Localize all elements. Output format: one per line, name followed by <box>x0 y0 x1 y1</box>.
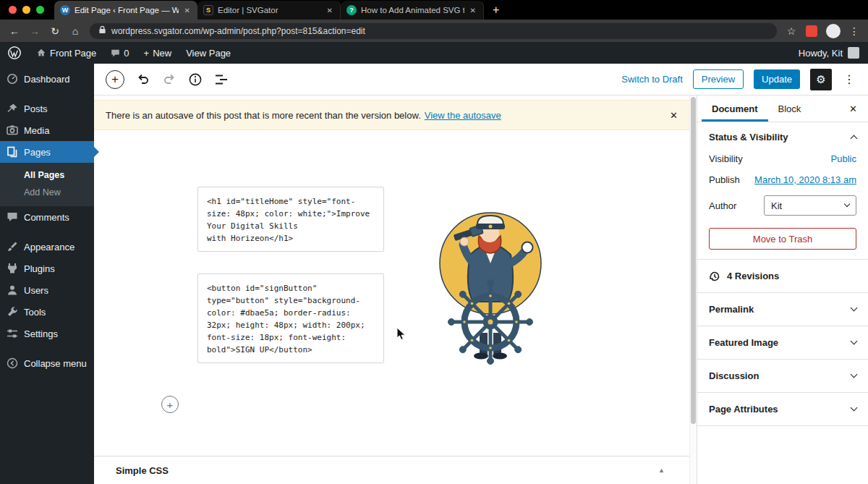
autosave-notice: There is an autosave of this post that i… <box>94 100 689 130</box>
sliders-icon <box>7 328 18 339</box>
article-favicon-icon: ? <box>346 5 357 15</box>
sidebar-item-add-new[interactable]: Add New <box>0 184 94 201</box>
window-close-button[interactable] <box>9 6 17 14</box>
redo-icon[interactable] <box>162 72 176 87</box>
sidebar-item-pages[interactable]: Pages <box>0 141 94 163</box>
editor-canvas: There is an autosave of this post that i… <box>94 95 689 484</box>
update-button[interactable]: Update <box>754 69 800 89</box>
author-select[interactable]: Kit <box>764 195 856 216</box>
window-zoom-button[interactable] <box>36 6 44 14</box>
block-navigation-icon[interactable] <box>214 72 229 87</box>
admin-bar-site-link[interactable]: Front Page <box>29 42 103 64</box>
move-to-trash-button[interactable]: Move to Trash <box>709 228 856 250</box>
editor-toolbar: + Switch to Draft Preview Update ⚙ ⋮ <box>94 64 868 95</box>
notice-text: There is an autosave of this post that i… <box>106 110 421 121</box>
sidebar-item-appearance[interactable]: Appearance <box>0 236 94 258</box>
preview-button[interactable]: Preview <box>693 69 744 89</box>
block-inserter-icon[interactable]: + <box>106 70 124 89</box>
sidebar-item-tools[interactable]: Tools <box>0 301 94 323</box>
sidebar-item-media[interactable]: Media <box>0 119 94 141</box>
section-permalink[interactable]: Permalink <box>697 293 868 326</box>
browser-menu-icon[interactable]: ⋮ <box>849 25 859 37</box>
scrollbar-thumb[interactable] <box>691 97 696 424</box>
tab-close-icon[interactable]: ✕ <box>183 7 192 14</box>
tab-close-icon[interactable]: ✕ <box>326 7 334 14</box>
html-block-button[interactable]: <button id="signButton" type="button" st… <box>197 273 384 363</box>
more-tools-kebab-icon[interactable]: ⋮ <box>842 72 856 86</box>
plug-icon <box>7 263 18 274</box>
home-icon <box>36 48 46 58</box>
back-icon[interactable]: ← <box>9 26 20 36</box>
pages-submenu: All Pages Add New <box>0 163 94 206</box>
notice-close-icon[interactable]: ✕ <box>670 110 678 121</box>
sidebar-item-dashboard[interactable]: Dashboard <box>0 68 94 90</box>
extension-icon[interactable] <box>806 25 817 37</box>
view-autosave-link[interactable]: View the autosave <box>425 110 501 121</box>
metabox-collapse-icon[interactable]: ▲ <box>658 467 665 474</box>
url-text: wordpress.svgator.com/wp-admin/post.php?… <box>111 26 365 36</box>
sidebar-item-plugins[interactable]: Plugins <box>0 258 94 279</box>
browser-tabstrip: W Edit Page ‹ Front Page — WordP ✕ S Edi… <box>0 0 868 20</box>
reload-icon[interactable]: ↻ <box>49 26 61 36</box>
browser-profile-avatar[interactable] <box>826 24 841 38</box>
chevron-up-icon <box>851 135 858 143</box>
tab-close-icon[interactable]: ✕ <box>469 7 477 14</box>
dashboard-icon <box>7 73 18 85</box>
switch-to-draft-button[interactable]: Switch to Draft <box>621 74 683 85</box>
plus-icon: + <box>144 48 150 59</box>
sidebar-item-users[interactable]: Users <box>0 279 94 301</box>
browser-tab-svgator-editor[interactable]: S Editor | SVGator ✕ <box>197 1 341 20</box>
section-discussion[interactable]: Discussion <box>697 360 868 393</box>
url-bar[interactable]: wordpress.svgator.com/wp-admin/post.php?… <box>90 23 777 39</box>
browser-tab-article[interactable]: ? How to Add Animated SVG to W ✕ <box>341 1 484 20</box>
add-block-inserter-icon[interactable]: + <box>161 396 179 413</box>
captain-illustration[interactable] <box>424 204 554 365</box>
revisions-row[interactable]: 4 Revisions <box>697 260 868 293</box>
wrench-icon <box>7 306 18 318</box>
user-avatar[interactable] <box>848 47 859 59</box>
wordpress-logo-icon[interactable] <box>0 42 29 64</box>
section-featured-image[interactable]: Featured Image <box>697 326 868 360</box>
chevron-down-icon <box>844 201 850 207</box>
browser-addressbar: ← → ↻ ⌂ wordpress.svgator.com/wp-admin/p… <box>0 20 868 42</box>
browser-tab-wordpress-edit[interactable]: W Edit Page ‹ Front Page — WordP ✕ <box>54 1 197 20</box>
chevron-down-icon <box>851 404 858 412</box>
simple-css-metabox[interactable]: Simple CSS ▲ <box>94 456 689 484</box>
html-block-h1[interactable]: <h1 id="titleHome" style="font- size: 48… <box>197 187 384 252</box>
tab-document[interactable]: Document <box>702 95 768 122</box>
tab-block[interactable]: Block <box>768 95 812 122</box>
admin-bar-comments[interactable]: 0 <box>103 42 136 64</box>
settings-close-icon[interactable]: ✕ <box>838 103 868 114</box>
new-tab-button[interactable]: + <box>484 4 508 17</box>
status-visibility-header[interactable]: Status & Visibility <box>709 132 856 143</box>
tab-title: How to Add Animated SVG to W <box>361 6 464 14</box>
home-icon[interactable]: ⌂ <box>69 26 81 36</box>
visibility-value-button[interactable]: Public <box>831 153 856 164</box>
forward-icon[interactable]: → <box>29 26 41 36</box>
wp-admin-bar: Front Page 0 + New View Page Howdy, Kit <box>0 42 868 64</box>
sidebar-item-settings[interactable]: Settings <box>0 323 94 344</box>
svgator-favicon-icon: S <box>203 5 213 15</box>
new-label: New <box>153 48 171 59</box>
sidebar-item-all-pages[interactable]: All Pages <box>0 166 94 184</box>
tab-title: Editor | SVGator <box>218 6 321 14</box>
collapse-menu-button[interactable]: Collapse menu <box>0 352 94 374</box>
undo-icon[interactable] <box>136 72 150 87</box>
chevron-down-icon <box>851 305 858 312</box>
admin-bar-new[interactable]: + New <box>137 42 179 64</box>
admin-bar-view-page[interactable]: View Page <box>179 42 238 64</box>
sidebar-item-comments[interactable]: Comments <box>0 206 94 228</box>
chevron-down-icon <box>851 338 858 345</box>
wordpress-favicon-icon: W <box>60 5 70 15</box>
view-page-label: View Page <box>186 48 231 59</box>
comment-bubble-icon <box>111 48 120 58</box>
settings-gear-icon[interactable]: ⚙ <box>810 69 832 90</box>
howdy-text[interactable]: Howdy, Kit <box>799 48 843 59</box>
publish-date-button[interactable]: March 10, 2020 8:13 am <box>754 174 856 185</box>
section-page-attributes[interactable]: Page Attributes <box>697 393 868 426</box>
sidebar-item-posts[interactable]: Posts <box>0 98 94 119</box>
bookmark-star-icon[interactable]: ☆ <box>786 26 797 36</box>
content-structure-icon[interactable] <box>188 72 203 87</box>
window-minimize-button[interactable] <box>22 6 30 14</box>
editor-scrollbar <box>689 95 697 484</box>
